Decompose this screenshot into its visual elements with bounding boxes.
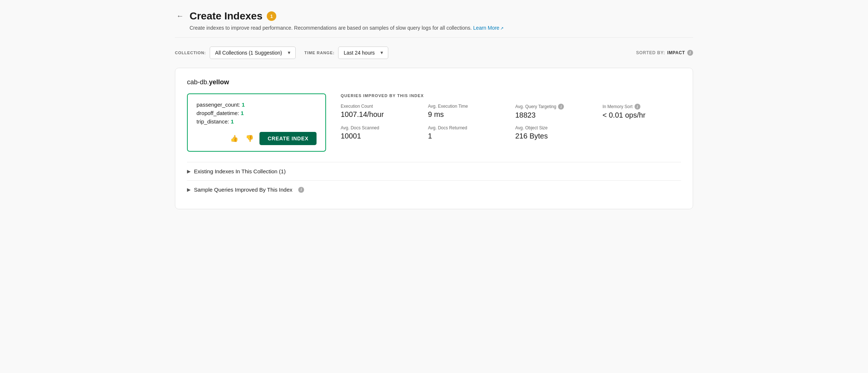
sample-queries-info-icon[interactable]: i — [298, 187, 304, 193]
suggestion-layout: passenger_count: 1 dropoff_datetime: 1 t… — [187, 93, 681, 152]
time-range-select[interactable]: Last 24 hours — [338, 47, 388, 59]
metric-avg-docs-returned-value: 1 — [428, 132, 507, 140]
index-field-0: passenger_count: 1 — [197, 101, 317, 108]
sample-queries-chevron: ▶ — [187, 187, 190, 192]
sample-queries-label: Sample Queries Improved By This Index — [194, 186, 292, 193]
page-title: Create Indexes — [190, 10, 262, 22]
existing-indexes-chevron: ▶ — [187, 169, 190, 174]
thumbs-down-button[interactable]: 👎 — [244, 133, 255, 144]
metrics-panel: QUERIES IMPROVED BY THIS INDEX Execution… — [341, 93, 681, 140]
existing-indexes-label: Existing Indexes In This Collection (1) — [194, 168, 286, 174]
time-range-filter-label: TIME RANGE: — [304, 51, 334, 55]
metric-avg-docs-scanned-label: Avg. Docs Scanned — [341, 125, 419, 130]
subtitle: Create indexes to improve read performan… — [190, 25, 504, 31]
index-field-2: trip_distance: 1 — [197, 118, 317, 125]
metric-avg-object-size-value: 216 Bytes — [515, 132, 594, 140]
metric-avg-object-size: Avg. Object Size 216 Bytes — [515, 125, 594, 140]
learn-more-link[interactable]: Learn More↗ — [473, 25, 504, 31]
time-range-select-wrapper: Last 24 hours ▼ — [338, 47, 388, 59]
header-divider — [175, 37, 693, 38]
count-badge: 1 — [267, 11, 276, 21]
metric-avg-execution-time-label: Avg. Execution Time — [428, 104, 507, 109]
sorted-by-info-icon[interactable]: i — [687, 50, 693, 56]
metric-execution-count-label: Execution Count — [341, 104, 419, 109]
main-card: cab-db.yellow passenger_count: 1 dropoff… — [175, 68, 693, 209]
metric-avg-query-targeting: Avg. Query Targeting i 18823 — [515, 104, 594, 119]
collection-select[interactable]: All Collections (1 Suggestion) — [210, 47, 296, 59]
metric-avg-query-targeting-value: 18823 — [515, 111, 594, 119]
in-memory-sort-info-icon[interactable]: i — [635, 104, 640, 110]
back-button[interactable]: ← — [175, 11, 185, 21]
collection-name: cab-db.yellow — [187, 78, 681, 86]
query-targeting-info-icon[interactable]: i — [558, 104, 564, 110]
collection-filter-label: COLLECTION: — [175, 51, 206, 55]
sorted-by-group: SORTED BY: IMPACT i — [636, 50, 693, 56]
external-link-icon: ↗ — [500, 26, 504, 30]
metric-avg-query-targeting-label: Avg. Query Targeting i — [515, 104, 594, 110]
index-field-1: dropoff_datetime: 1 — [197, 110, 317, 116]
metric-avg-docs-returned-label: Avg. Docs Returned — [428, 125, 507, 130]
metric-in-memory-sort: In Memory Sort i < 0.01 ops/hr — [603, 104, 681, 119]
thumbs-up-button[interactable]: 👍 — [229, 133, 240, 144]
metric-avg-execution-time: Avg. Execution Time 9 ms — [428, 104, 507, 119]
time-range-filter-group: TIME RANGE: Last 24 hours ▼ — [304, 47, 388, 59]
index-actions: 👍 👎 CREATE INDEX — [197, 132, 317, 145]
collection-select-wrapper: All Collections (1 Suggestion) ▼ — [210, 47, 296, 59]
metric-avg-docs-scanned: Avg. Docs Scanned 10001 — [341, 125, 419, 140]
sorted-by-label: SORTED BY: — [636, 50, 665, 55]
metric-avg-execution-time-value: 9 ms — [428, 110, 507, 119]
filters-row: COLLECTION: All Collections (1 Suggestio… — [175, 47, 693, 59]
sorted-by-value: IMPACT — [667, 50, 685, 55]
create-index-button[interactable]: CREATE INDEX — [259, 132, 317, 145]
metric-in-memory-sort-label: In Memory Sort i — [603, 104, 681, 110]
metrics-grid: Execution Count 1007.14/hour Avg. Execut… — [341, 104, 681, 140]
metric-execution-count: Execution Count 1007.14/hour — [341, 104, 419, 119]
title-area: Create Indexes 1 Create indexes to impro… — [190, 10, 504, 31]
index-suggestion-box: passenger_count: 1 dropoff_datetime: 1 t… — [187, 93, 326, 152]
metric-avg-docs-scanned-value: 10001 — [341, 132, 419, 140]
metrics-title: QUERIES IMPROVED BY THIS INDEX — [341, 93, 681, 98]
metric-avg-object-size-label: Avg. Object Size — [515, 125, 594, 130]
sample-queries-row[interactable]: ▶ Sample Queries Improved By This Index … — [187, 180, 681, 199]
collection-filter-group: COLLECTION: All Collections (1 Suggestio… — [175, 47, 296, 59]
metric-in-memory-sort-value: < 0.01 ops/hr — [603, 111, 681, 119]
page-header: ← Create Indexes 1 Create indexes to imp… — [175, 10, 693, 31]
existing-indexes-row[interactable]: ▶ Existing Indexes In This Collection (1… — [187, 162, 681, 180]
metric-execution-count-value: 1007.14/hour — [341, 110, 419, 119]
metric-avg-docs-returned: Avg. Docs Returned 1 — [428, 125, 507, 140]
